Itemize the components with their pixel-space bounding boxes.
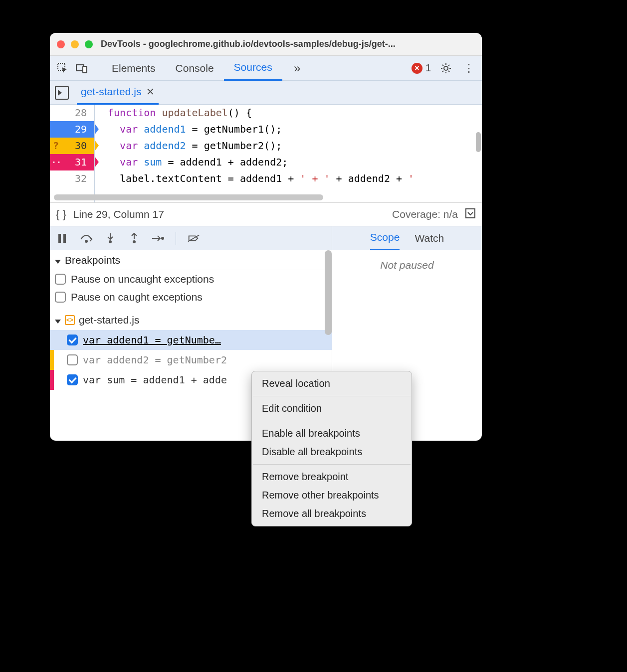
file-tabs-bar: get-started.js ✕ <box>50 81 482 105</box>
breakpoint-context-menu: Reveal locationEdit conditionEnable all … <box>251 371 412 526</box>
breakpoint-entry[interactable]: var addend1 = getNumbe… <box>50 330 332 350</box>
tab-scope[interactable]: Scope <box>370 226 400 250</box>
breakpoint-file-name: get-started.js <box>79 314 139 326</box>
svg-rect-3 <box>466 209 475 218</box>
breakpoint-code-text: var addend2 = getNumber2 <box>83 354 227 366</box>
editor-hscroll[interactable] <box>54 194 323 200</box>
tab-sources[interactable]: Sources <box>224 56 282 81</box>
breakpoint-checkbox[interactable] <box>67 335 78 345</box>
breakpoints-label: Breakpoints <box>65 254 120 266</box>
svg-point-12 <box>161 237 164 240</box>
svg-rect-5 <box>63 234 66 243</box>
step-button[interactable] <box>152 232 165 245</box>
pause-caught-label: Pause on caught exceptions <box>71 291 203 303</box>
more-tabs-icon[interactable]: » <box>289 60 305 76</box>
inspect-element-icon[interactable] <box>55 60 71 76</box>
context-menu-item[interactable]: Remove other breakpoints <box>252 486 412 504</box>
panel-tabs: Elements Console Sources <box>102 56 282 81</box>
pause-uncaught-option[interactable]: Pause on uncaught exceptions <box>50 270 332 288</box>
svg-rect-4 <box>58 234 61 243</box>
separator <box>176 232 176 245</box>
editor-vscroll[interactable] <box>475 105 482 202</box>
device-toggle-icon[interactable] <box>74 60 90 76</box>
svg-point-6 <box>85 240 88 243</box>
tab-watch[interactable]: Watch <box>415 226 444 250</box>
pretty-print-icon[interactable]: { } <box>56 208 66 221</box>
file-tab-name: get-started.js <box>81 86 141 98</box>
code-line[interactable]: function updateLabel() { <box>104 105 482 121</box>
svg-point-10 <box>133 240 136 243</box>
deactivate-breakpoints-button[interactable] <box>187 232 200 245</box>
line-number[interactable]: 30 <box>50 138 94 154</box>
line-number[interactable]: 29 <box>50 121 94 138</box>
caret-down-icon <box>55 314 61 326</box>
coverage-label: Coverage: n/a <box>392 208 458 220</box>
settings-icon[interactable] <box>438 60 454 76</box>
editor-statusbar: { } Line 29, Column 17 Coverage: n/a <box>50 202 482 226</box>
step-over-button[interactable] <box>80 232 93 245</box>
context-menu-item[interactable]: Remove breakpoint <box>252 468 412 486</box>
pane-scrollbar[interactable] <box>325 250 332 335</box>
line-number[interactable]: 31 <box>50 154 94 170</box>
svg-point-8 <box>109 240 112 243</box>
pause-button[interactable] <box>56 232 69 245</box>
editor-vscroll-thumb[interactable] <box>476 132 481 152</box>
code-line[interactable]: var sum = addend1 + addend2; <box>104 154 482 170</box>
cursor-position: Line 29, Column 17 <box>73 208 164 220</box>
kebab-menu-icon[interactable]: ⋮ <box>461 60 477 76</box>
breakpoint-checkbox[interactable] <box>67 374 78 385</box>
context-menu-item[interactable]: Disable all breakpoints <box>252 443 412 461</box>
step-into-button[interactable] <box>104 232 117 245</box>
svg-rect-2 <box>83 66 87 73</box>
window-title: DevTools - googlechrome.github.io/devtoo… <box>101 39 396 49</box>
menu-separator <box>253 464 411 465</box>
checkbox-caught[interactable] <box>55 292 66 303</box>
error-icon: × <box>412 63 422 74</box>
menu-separator <box>253 396 411 396</box>
tab-console[interactable]: Console <box>166 56 224 81</box>
code-editor[interactable]: 2829303132 function updateLabel() { var … <box>50 105 482 202</box>
breakpoint-code-text: var sum = addend1 + adde <box>83 374 227 386</box>
close-window-button[interactable] <box>57 40 65 48</box>
caret-down-icon <box>55 254 61 266</box>
context-menu-item[interactable]: Edit condition <box>252 399 412 418</box>
close-tab-icon[interactable]: ✕ <box>146 86 155 98</box>
menu-separator <box>253 421 411 421</box>
breakpoint-checkbox[interactable] <box>67 354 78 365</box>
collapse-icon[interactable] <box>465 208 476 221</box>
breakpoint-entry[interactable]: var addend2 = getNumber2 <box>50 350 332 370</box>
breakpoints-section-header[interactable]: Breakpoints <box>50 250 332 270</box>
code-line[interactable]: var addend2 = getNumber2(); <box>104 138 482 154</box>
context-menu-item[interactable]: Reveal location <box>252 374 412 393</box>
pause-uncaught-label: Pause on uncaught exceptions <box>71 273 214 285</box>
minimize-window-button[interactable] <box>71 40 79 48</box>
scope-watch-tabs: Scope Watch <box>332 226 482 250</box>
context-menu-item[interactable]: Remove all breakpoints <box>252 504 412 523</box>
code-line[interactable]: var addend1 = getNumber1(); <box>104 121 482 138</box>
error-count: 1 <box>425 62 431 74</box>
error-badge[interactable]: × 1 <box>412 62 431 74</box>
js-file-icon: <> <box>65 315 75 325</box>
checkbox-uncaught[interactable] <box>55 274 66 285</box>
maximize-window-button[interactable] <box>85 40 93 48</box>
tab-elements[interactable]: Elements <box>102 56 166 81</box>
breakpoint-file-group[interactable]: <> get-started.js <box>50 310 332 330</box>
step-out-button[interactable] <box>128 232 141 245</box>
breakpoint-edge-marker <box>50 350 54 370</box>
show-navigator-button[interactable] <box>55 86 69 100</box>
line-number[interactable]: 32 <box>50 170 94 187</box>
titlebar: DevTools - googlechrome.github.io/devtoo… <box>50 33 482 56</box>
breakpoint-code-text: var addend1 = getNumbe… <box>83 334 221 346</box>
pause-caught-option[interactable]: Pause on caught exceptions <box>50 288 332 306</box>
file-tab[interactable]: get-started.js ✕ <box>77 81 159 105</box>
debug-controls <box>50 226 332 250</box>
breakpoint-edge-marker <box>50 370 54 390</box>
traffic-lights <box>57 40 93 48</box>
line-gutter[interactable]: 2829303132 <box>50 105 94 202</box>
code-line[interactable]: label.textContent = addend1 + ' + ' + ad… <box>104 170 482 187</box>
line-number[interactable]: 28 <box>50 105 94 121</box>
not-paused-message: Not paused <box>332 250 482 271</box>
code-content[interactable]: function updateLabel() { var addend1 = g… <box>94 105 482 202</box>
context-menu-item[interactable]: Enable all breakpoints <box>252 424 412 443</box>
main-toolbar: Elements Console Sources » × 1 ⋮ <box>50 56 482 81</box>
